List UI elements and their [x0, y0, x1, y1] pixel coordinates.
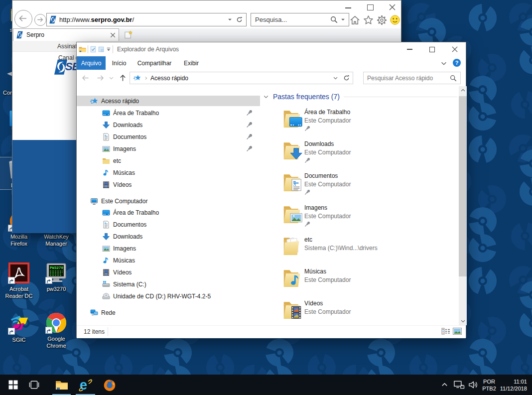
language-indicator[interactable]: PORPTB2 [482, 378, 496, 392]
ribbon-expand-icon[interactable] [440, 60, 447, 67]
desktop-icon-pw3270[interactable]: pw3270 [37, 262, 75, 292]
maximize-glyph [429, 47, 435, 52]
forward-icon[interactable] [96, 74, 105, 82]
thumbnail-view-icon[interactable] [453, 328, 462, 335]
search-icon[interactable] [450, 75, 457, 82]
feedback-smiley-icon[interactable] [390, 14, 400, 25]
back-button[interactable] [14, 10, 32, 28]
close-button[interactable] [387, 2, 397, 11]
recent-locations-icon[interactable] [109, 75, 114, 81]
scroll-up-button[interactable] [459, 86, 467, 95]
desktop-icon-chrome[interactable]: Google Chrome [37, 312, 75, 349]
icon-box [8, 262, 30, 284]
tile-download[interactable]: Downloads Este Computador [260, 139, 449, 171]
tile-location: Este Computador [304, 181, 351, 188]
scrollbar[interactable] [459, 86, 467, 325]
maximize-button[interactable] [421, 42, 443, 56]
favorites-star-icon[interactable] [363, 14, 374, 26]
back-icon[interactable] [81, 74, 90, 82]
breadcrumb-chevron-icon[interactable] [144, 76, 148, 80]
up-icon[interactable] [119, 74, 127, 82]
desktop-icon-acrobat[interactable]: Acrobat Reader DC [0, 262, 38, 299]
tree-item-pc-music[interactable]: Músicas [77, 255, 260, 266]
search-box[interactable]: Pesquisa... [251, 13, 349, 26]
tree-item-pc-download[interactable]: Downloads [77, 231, 260, 243]
tree-item-label: Unidade de CD (D:) RHV-WGT-4.2-5 [113, 293, 211, 300]
scroll-down-button[interactable] [459, 317, 467, 325]
ribbon-tab-arquivo[interactable]: Arquivo [77, 56, 106, 70]
tile-etc[interactable]: etc Sistema (C:)\Wind...\drivers [260, 235, 449, 266]
qat-customize-icon[interactable] [106, 47, 111, 52]
taskbar-firefox-button[interactable] [98, 375, 121, 395]
tray-chevron-up-icon[interactable] [441, 381, 448, 389]
tree-item-music[interactable]: Músicas [77, 167, 260, 179]
folder-video-icon [281, 298, 304, 322]
refresh-icon[interactable] [236, 16, 243, 23]
tree-item-folder[interactable]: etc [77, 155, 260, 167]
back-arrow-icon [18, 13, 28, 23]
minimize-button[interactable] [399, 42, 421, 56]
ribbon-tab-inicio[interactable]: Início [108, 56, 130, 70]
tree-item-este-computador[interactable]: Este Computador [77, 195, 260, 207]
breadcrumb-text[interactable]: Acesso rápido [150, 75, 188, 82]
tree-item-picture[interactable]: Imagens [77, 143, 260, 155]
search-dropdown-icon[interactable] [341, 17, 345, 22]
search-icon[interactable] [330, 16, 338, 23]
ribbon-tab-exibir[interactable]: Exibir [179, 56, 203, 70]
help-icon[interactable]: ? [453, 59, 461, 67]
explorer-app-icon [79, 46, 86, 53]
tree-item-pc-desktop[interactable]: Área de Trabalho [77, 207, 260, 219]
scroll-thumb[interactable] [459, 96, 467, 276]
forward-button[interactable] [34, 14, 46, 26]
details-view-icon[interactable] [441, 328, 450, 335]
ribbon-tab-compartilhar[interactable]: Compartilhar [133, 56, 176, 70]
tree-item-label: Downloads [113, 233, 142, 240]
tile-desktop[interactable]: Área de Trabalho Este Computador [260, 107, 449, 139]
task-view-button[interactable] [22, 375, 46, 395]
desktop-icon-sgic[interactable]: SGIC [0, 313, 38, 343]
volume-icon[interactable] [468, 380, 478, 390]
breadcrumb-bar[interactable]: Acesso rápido [130, 72, 353, 84]
tile-picture[interactable]: Imagens Este Computador [260, 203, 449, 235]
tree-item-download[interactable]: Downloads [77, 119, 260, 131]
search-placeholder: Pesquisa... [255, 16, 330, 23]
folder-icon [102, 157, 110, 165]
shortcut-arrow-glyph [8, 329, 14, 335]
close-button[interactable] [443, 42, 466, 56]
explorer-search-box[interactable]: Pesquisar Acesso rápido [363, 72, 461, 84]
tree-item-label: Acesso rápido [101, 98, 139, 105]
tree-item-pc-video[interactable]: Vídeos [77, 266, 260, 278]
collapse-group-icon[interactable] [263, 94, 269, 100]
tab-serpro[interactable]: Serpro [13, 28, 119, 41]
tile-document[interactable]: Documentos Este Computador [260, 171, 449, 203]
start-button[interactable] [1, 375, 25, 395]
tree-item-document[interactable]: Documentos [77, 131, 260, 143]
tab-close-icon[interactable] [110, 32, 116, 38]
tree-item-pc-document[interactable]: Documentos [77, 219, 260, 231]
home-icon[interactable] [349, 14, 361, 26]
qat-new-folder-icon[interactable] [98, 46, 105, 53]
clock[interactable]: 11:0111/12/2018 [500, 378, 527, 392]
tree-item-video[interactable]: Vídeos [77, 179, 260, 191]
network-tray-icon[interactable] [453, 380, 465, 390]
shortcut-arrow-glyph [8, 278, 14, 284]
group-header[interactable]: Pastas frequentes (7) [263, 93, 340, 101]
taskbar-explorer-button[interactable] [50, 375, 73, 395]
url-dropdown-icon[interactable] [228, 17, 232, 22]
tree-item-rede[interactable]: Rede [77, 307, 260, 319]
new-tab-button[interactable] [123, 30, 134, 39]
tree-item-pc-cd[interactable]: Unidade de CD (D:) RHV-WGT-4.2-5 [77, 290, 260, 302]
gear-icon[interactable] [376, 14, 388, 26]
tree-item-pc-picture[interactable]: Imagens [77, 243, 260, 255]
address-bar[interactable]: http://www.serpro.gov.br/ [46, 13, 247, 26]
taskbar-ie-button[interactable] [74, 375, 97, 395]
qat-properties-icon[interactable] [90, 46, 97, 53]
tree-item-pc-disk[interactable]: Sistema (C:) [77, 278, 260, 290]
minimize-button[interactable] [343, 2, 353, 11]
tile-music[interactable]: Músicas Este Computador [260, 266, 449, 298]
tree-item-desktop[interactable]: Área de Trabalho [77, 107, 260, 119]
address-dropdown-icon[interactable] [333, 75, 338, 81]
maximize-button[interactable] [365, 2, 375, 11]
tree-item-acesso-rapido[interactable]: Acesso rápido [77, 96, 260, 106]
refresh-icon[interactable] [343, 75, 350, 81]
